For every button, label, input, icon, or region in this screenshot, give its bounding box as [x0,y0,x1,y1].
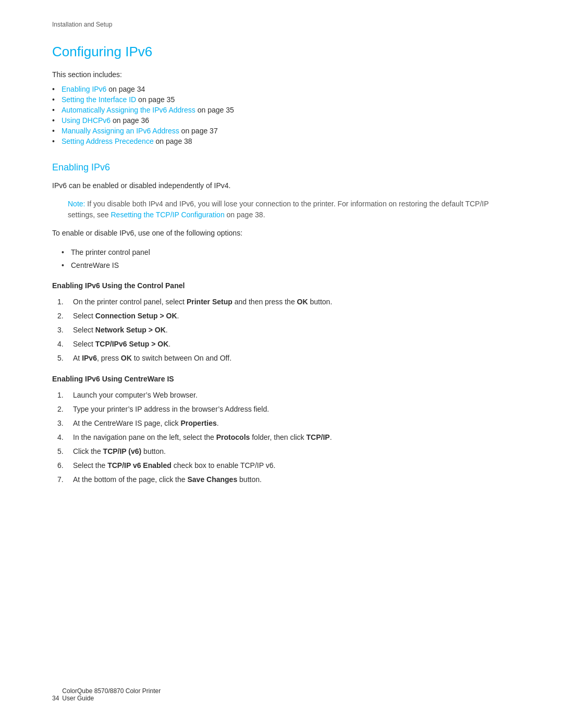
cp-step-1: On the printer control panel, select Pri… [52,295,511,309]
toc-link-1[interactable]: Enabling IPv6 [62,85,106,93]
page-title: Configuring IPv6 [52,44,511,60]
control-panel-heading: Enabling IPv6 Using the Control Panel [52,281,511,290]
breadcrumb: Installation and Setup [52,21,511,28]
toc-page-2: on page 35 [138,95,175,104]
toc-item-3: Automatically Assigning the IPv6 Address… [52,105,511,115]
note-block: Note: If you disable both IPv4 and IPv6,… [68,199,511,220]
cp-step-4: Select TCP/IPv6 Setup > OK. [52,337,511,351]
footer-product: ColorQube 8570/8870 Color Printer User G… [62,687,161,702]
section-intro: This section includes: [52,70,511,79]
toc-link-2[interactable]: Setting the Interface ID [62,95,136,104]
cp-step-1-bold2: OK [297,298,308,306]
toc-link-3[interactable]: Automatically Assigning the IPv6 Address [62,106,195,114]
toc-item-4: Using DHCPv6 on page 36 [52,115,511,126]
note-text-2: on page 38. [225,211,265,219]
note-link[interactable]: Resetting the TCP/IP Configuration [111,211,225,219]
cw-step-7: At the bottom of the page, click the Sav… [52,473,511,487]
cp-step-5: At IPv6, press OK to switch between On a… [52,351,511,365]
centreware-steps: Launch your computer’s Web browser. Type… [52,388,511,487]
centreware-heading: Enabling IPv6 Using CentreWare IS [52,375,511,383]
cp-step-3: Select Network Setup > OK. [52,323,511,337]
cw-step-4: In the navigation pane on the left, sele… [52,430,511,445]
option-item-1: The printer control panel [62,246,511,259]
cw-step-1: Launch your computer’s Web browser. [52,388,511,402]
options-list: The printer control panel CentreWare IS [62,246,511,272]
toc-list: Enabling IPv6 on page 34 Setting the Int… [52,84,511,146]
toc-link-4[interactable]: Using DHCPv6 [62,116,111,125]
enabling-ipv6-intro: IPv6 can be enabled or disabled independ… [52,180,511,191]
cw-step-5-bold: TCP/IP (v6) [103,447,142,455]
control-panel-steps: On the printer control panel, select Pri… [52,295,511,365]
cp-step-2: Select Connection Setup > OK. [52,309,511,323]
footer-page-number: 34 [52,695,59,702]
toc-page-1: on page 34 [108,85,145,93]
option-item-2: CentreWare IS [62,259,511,272]
toc-page-3: on page 35 [198,106,234,114]
toc-item-2: Setting the Interface ID on page 35 [52,94,511,105]
cp-step-3-bold: Network Setup > OK [95,326,166,334]
toc-page-5: on page 37 [181,127,218,135]
cp-step-2-bold: Connection Setup > OK [95,312,177,320]
cw-step-4-bold1: Protocols [216,433,250,441]
footer: 34 ColorQube 8570/8870 Color Printer Use… [52,687,511,702]
toc-item-5: Manually Assigning an IPv6 Address on pa… [52,126,511,136]
toc-page-4: on page 36 [113,116,149,125]
cw-step-6-bold: TCP/IP v6 Enabled [107,461,172,470]
toc-link-5[interactable]: Manually Assigning an IPv6 Address [62,127,179,135]
cw-step-3: At the CentreWare IS page, click Propert… [52,416,511,430]
toc-item-1: Enabling IPv6 on page 34 [52,84,511,94]
cp-step-4-bold: TCP/IPv6 Setup > OK [95,340,168,348]
cp-step-1-bold1: Printer Setup [187,298,232,306]
toc-page-6: on page 38 [156,137,192,145]
cw-step-4-bold2: TCP/IP [307,433,330,441]
toc-link-6[interactable]: Setting Address Precedence [62,137,154,145]
cp-step-5-bold2: OK [121,354,132,362]
cw-step-2: Type your printer’s IP address in the br… [52,402,511,416]
options-intro: To enable or disable IPv6, use one of th… [52,228,511,239]
note-label: Note: [68,200,85,208]
cw-step-3-bold: Properties [180,419,216,427]
toc-item-6: Setting Address Precedence on page 38 [52,136,511,146]
enabling-ipv6-heading: Enabling IPv6 [52,162,511,173]
cw-step-7-bold: Save Changes [187,475,237,484]
cw-step-6: Select the TCP/IP v6 Enabled check box t… [52,459,511,473]
cp-step-5-bold1: IPv6 [82,354,97,362]
cw-step-5: Click the TCP/IP (v6) button. [52,445,511,459]
